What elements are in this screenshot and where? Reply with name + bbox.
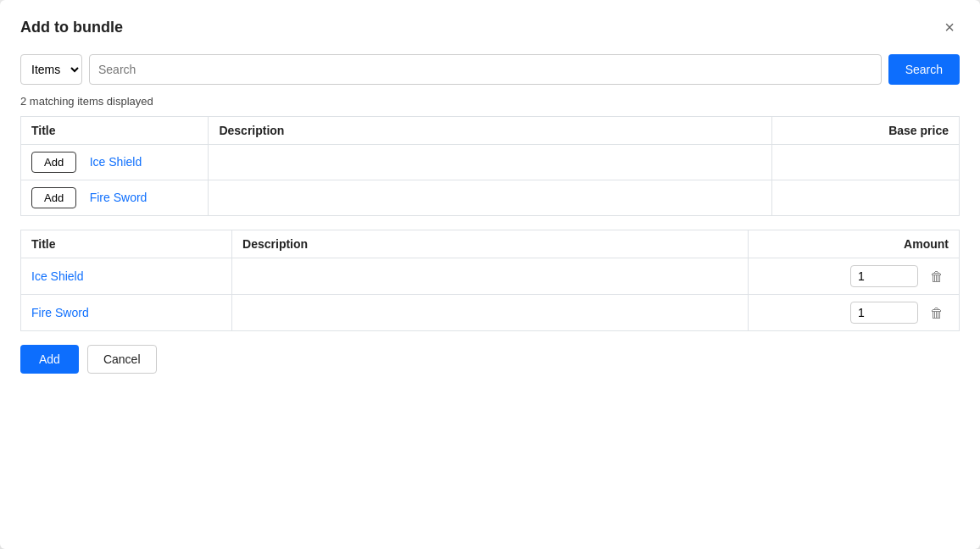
- bundle-item-link[interactable]: Fire Sword: [31, 306, 89, 319]
- bundle-row: Ice Shield: [21, 258, 960, 295]
- search-type-select[interactable]: Items: [20, 54, 82, 85]
- close-button[interactable]: ×: [939, 17, 960, 37]
- search-col-title: Title: [21, 117, 209, 145]
- footer-cancel-button[interactable]: Cancel: [87, 345, 157, 374]
- bundle-item-link[interactable]: Ice Shield: [31, 269, 83, 283]
- bundle-table: Title Description Amount Ice Shield Fire…: [20, 230, 960, 331]
- search-item-link[interactable]: Ice Shield: [90, 155, 142, 169]
- modal-title: Add to bundle: [20, 19, 123, 36]
- search-col-description: Description: [209, 117, 771, 145]
- modal-header: Add to bundle ×: [20, 17, 960, 37]
- bundle-item-description: [232, 258, 749, 295]
- bundle-amount-input[interactable]: [850, 302, 918, 324]
- bundle-delete-button[interactable]: [925, 266, 949, 287]
- results-count: 2 matching items displayed: [20, 95, 960, 108]
- search-add-button[interactable]: Add: [31, 152, 76, 173]
- modal-add-to-bundle: Add to bundle × Items Search 2 matching …: [0, 0, 980, 549]
- footer-add-button[interactable]: Add: [20, 345, 79, 374]
- bundle-delete-button[interactable]: [925, 302, 949, 324]
- bundle-item-title: Ice Shield: [21, 258, 232, 295]
- bundle-col-description: Description: [232, 230, 749, 258]
- search-item-link[interactable]: Fire Sword: [90, 191, 148, 204]
- bundle-amount-cell: [748, 295, 959, 331]
- search-item-description: [209, 180, 771, 216]
- search-item-description: [209, 145, 771, 180]
- search-result-row: Add Ice Shield: [21, 145, 960, 180]
- trash-icon: [930, 268, 944, 285]
- bundle-col-title: Title: [21, 230, 232, 258]
- search-button[interactable]: Search: [888, 54, 960, 85]
- bundle-item-title: Fire Sword: [21, 295, 232, 331]
- search-result-row: Add Fire Sword: [21, 180, 960, 216]
- search-col-base-price: Base price: [771, 117, 959, 145]
- search-results-table: Title Description Base price Add Ice Shi…: [20, 116, 960, 216]
- search-item-price: [771, 180, 959, 216]
- trash-icon: [930, 304, 944, 321]
- bundle-item-description: [232, 295, 749, 331]
- search-bar: Items Search: [20, 54, 960, 85]
- search-item-price: [771, 145, 959, 180]
- bundle-amount-input[interactable]: [850, 265, 918, 287]
- bundle-amount-cell: [748, 258, 959, 295]
- bundle-col-amount: Amount: [748, 230, 959, 258]
- search-input[interactable]: [89, 54, 882, 85]
- search-add-button[interactable]: Add: [31, 187, 76, 208]
- bundle-row: Fire Sword: [21, 295, 960, 331]
- footer-buttons: Add Cancel: [20, 345, 960, 374]
